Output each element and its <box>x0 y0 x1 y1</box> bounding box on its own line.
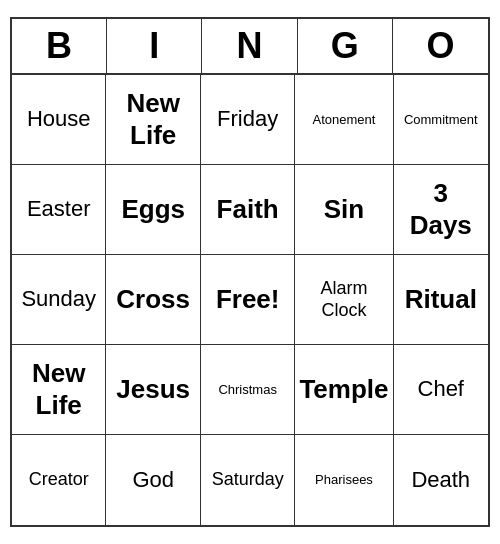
bingo-cell: Free! <box>201 255 295 345</box>
cell-text: Friday <box>217 106 278 132</box>
cell-text: Christmas <box>218 382 277 398</box>
cell-text: Free! <box>216 284 280 315</box>
cell-text: Temple <box>299 374 388 405</box>
bingo-grid: HouseNew LifeFridayAtonementCommitmentEa… <box>12 75 488 525</box>
bingo-cell: Easter <box>12 165 106 255</box>
bingo-cell: 3 Days <box>394 165 488 255</box>
bingo-cell: Cross <box>106 255 200 345</box>
cell-text: Faith <box>217 194 279 225</box>
cell-text: Commitment <box>404 112 478 128</box>
cell-text: Cross <box>116 284 190 315</box>
cell-text: 3 Days <box>410 178 472 240</box>
cell-text: God <box>132 467 174 493</box>
bingo-cell: Alarm Clock <box>295 255 393 345</box>
bingo-cell: Death <box>394 435 488 525</box>
bingo-cell: Atonement <box>295 75 393 165</box>
header-letter: B <box>12 19 107 73</box>
cell-text: House <box>27 106 91 132</box>
bingo-cell: Friday <box>201 75 295 165</box>
bingo-cell: God <box>106 435 200 525</box>
bingo-cell: Ritual <box>394 255 488 345</box>
cell-text: New Life <box>32 358 85 420</box>
bingo-cell: Temple <box>295 345 393 435</box>
header-letter: N <box>202 19 297 73</box>
cell-text: Creator <box>29 469 89 491</box>
cell-text: Eggs <box>121 194 185 225</box>
cell-text: Alarm Clock <box>320 278 367 321</box>
header-letter: I <box>107 19 202 73</box>
cell-text: Easter <box>27 196 91 222</box>
bingo-header: BINGO <box>12 19 488 75</box>
cell-text: Death <box>411 467 470 493</box>
cell-text: Sunday <box>21 286 96 312</box>
bingo-cell: Sunday <box>12 255 106 345</box>
cell-text: Sin <box>324 194 364 225</box>
bingo-cell: Chef <box>394 345 488 435</box>
bingo-cell: Eggs <box>106 165 200 255</box>
cell-text: New Life <box>126 88 179 150</box>
bingo-cell: Faith <box>201 165 295 255</box>
header-letter: G <box>298 19 393 73</box>
bingo-cell: Christmas <box>201 345 295 435</box>
cell-text: Atonement <box>313 112 376 128</box>
bingo-cell: Commitment <box>394 75 488 165</box>
header-letter: O <box>393 19 488 73</box>
bingo-cell: Sin <box>295 165 393 255</box>
bingo-cell: New Life <box>106 75 200 165</box>
cell-text: Jesus <box>116 374 190 405</box>
bingo-cell: Creator <box>12 435 106 525</box>
cell-text: Pharisees <box>315 472 373 488</box>
bingo-cell: New Life <box>12 345 106 435</box>
bingo-cell: House <box>12 75 106 165</box>
bingo-cell: Jesus <box>106 345 200 435</box>
bingo-cell: Saturday <box>201 435 295 525</box>
cell-text: Ritual <box>405 284 477 315</box>
bingo-card: BINGO HouseNew LifeFridayAtonementCommit… <box>10 17 490 527</box>
bingo-cell: Pharisees <box>295 435 393 525</box>
cell-text: Saturday <box>212 469 284 491</box>
cell-text: Chef <box>418 376 464 402</box>
